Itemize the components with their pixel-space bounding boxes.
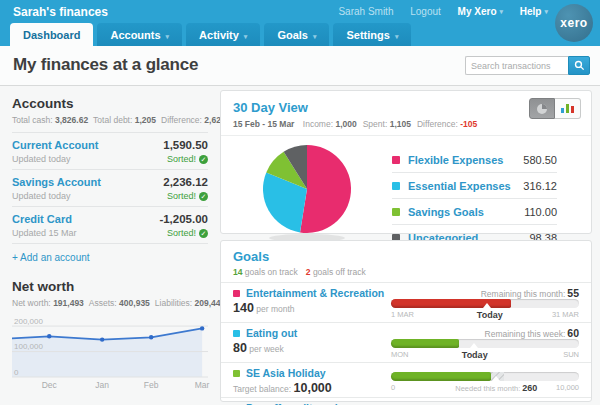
goal-row: SE Asia Holiday Target balance: 10,000 0… xyxy=(221,362,591,397)
goal-remaining-label: Remaining this month: xyxy=(481,289,566,299)
chevron-down-icon xyxy=(244,33,248,40)
goal-remaining: Remaining this month:55 xyxy=(391,287,579,298)
stat-label: Spent: xyxy=(363,119,388,129)
tab-accounts[interactable]: Accounts xyxy=(97,23,182,46)
legend-swatch xyxy=(392,182,400,190)
goal-bar-marker xyxy=(483,303,491,308)
axis-right-label: 31 MAR xyxy=(552,310,579,319)
pie-view-button[interactable] xyxy=(529,98,555,119)
goal-axis: 0Needed this month:26010,000 xyxy=(391,383,579,393)
legend-link[interactable]: Essential Expenses xyxy=(408,180,511,192)
account-link[interactable]: Credit Card xyxy=(12,213,72,225)
axis-left-label: MON xyxy=(391,350,409,359)
chart-view-toggles xyxy=(529,98,581,119)
svg-text:100,000: 100,000 xyxy=(14,342,43,351)
tab-activity[interactable]: Activity xyxy=(186,23,260,46)
goal-link[interactable]: SE Asia Holiday xyxy=(246,367,326,379)
accounts-heading: Accounts xyxy=(12,96,208,111)
goal-row: Entertainment & Recreation 140 per month… xyxy=(221,282,591,322)
logout-link[interactable]: Logout xyxy=(410,6,441,17)
goal-amount-caption: per week xyxy=(249,344,284,354)
my-xero-label: My Xero xyxy=(458,6,497,17)
stat-label: Net worth: xyxy=(12,298,51,308)
bar-view-button[interactable] xyxy=(555,98,581,119)
legend-row: Savings Goals110.00 xyxy=(392,199,557,225)
check-circle-icon xyxy=(199,155,208,164)
search-button[interactable] xyxy=(568,56,590,75)
goal-bar-fill xyxy=(391,299,511,308)
xero-logo[interactable]: xero xyxy=(555,4,593,42)
goal-link[interactable]: Eating out xyxy=(246,327,297,339)
goal-axis-center: Today xyxy=(475,310,503,320)
goal-bar-fill xyxy=(391,372,491,381)
goal-row: Pay off credit card Target balance: 0 2,… xyxy=(221,397,591,405)
sorted-status: Sorted! xyxy=(167,154,208,164)
goal-progress-bar xyxy=(391,372,579,381)
account-link[interactable]: Current Account xyxy=(12,139,98,151)
goal-remaining-label: Remaining this week: xyxy=(485,329,566,339)
tab-settings[interactable]: Settings xyxy=(333,23,411,46)
thirty-day-title[interactable]: 30 Day View xyxy=(233,100,308,115)
legend-link[interactable]: Savings Goals xyxy=(408,206,484,218)
app-title: Sarah's finances xyxy=(13,5,108,19)
add-account-link[interactable]: + Add an account xyxy=(12,252,90,263)
axis-left-label: 1 MAR xyxy=(391,310,414,319)
net-worth-heading: Net worth xyxy=(12,279,208,294)
sorted-status: Sorted! xyxy=(167,228,208,238)
stat-label: Difference: xyxy=(417,119,458,129)
goal-progress-bar xyxy=(391,339,579,348)
goals-panel: Goals 14 goals on track2 goals off track… xyxy=(220,240,592,402)
help-menu[interactable]: Help xyxy=(520,6,548,17)
page-title: My finances at a glance xyxy=(13,55,198,75)
goal-axis-center-value: Today xyxy=(477,310,503,320)
legend-row: Essential Expenses316.12 xyxy=(392,173,557,199)
axis-right-label: 10,000 xyxy=(556,383,579,392)
legend-row: Flexible Expenses580.50 xyxy=(392,147,557,173)
tab-goals[interactable]: Goals xyxy=(264,23,329,46)
search-input[interactable] xyxy=(465,56,568,75)
check-circle-icon xyxy=(199,192,208,201)
stat-label: Liabilities: xyxy=(155,298,192,308)
thirty-day-body: Flexible Expenses580.50 Essential Expens… xyxy=(221,136,591,251)
goal-amount: 140 xyxy=(233,301,254,315)
pie-chart-icon xyxy=(536,103,548,115)
goal-amount-caption: Target balance: xyxy=(233,384,291,394)
search-box xyxy=(465,56,590,75)
tab-dashboard[interactable]: Dashboard xyxy=(10,23,93,46)
legend-swatch xyxy=(392,208,400,216)
sorted-label: Sorted! xyxy=(167,228,196,238)
legend-link[interactable]: Flexible Expenses xyxy=(408,154,503,166)
goal-link[interactable]: Entertainment & Recreation xyxy=(246,287,384,299)
goal-amount-caption: per month xyxy=(256,304,294,314)
stat-label: Total debt: xyxy=(93,115,132,125)
my-xero-menu[interactable]: My Xero xyxy=(458,6,503,17)
goal-bar-marker xyxy=(492,376,500,381)
x-tick-label: Dec xyxy=(42,380,57,390)
stat-value: 400,935 xyxy=(119,298,150,308)
legend-swatch xyxy=(392,156,400,164)
accounts-stats: Total cash: 3,826.62Total debt: 1,205Dif… xyxy=(12,115,208,133)
net-worth-x-labels: Dec Jan Feb Mar xyxy=(12,380,208,391)
goals-header: Goals 14 goals on track2 goals off track xyxy=(221,241,591,282)
goal-swatch xyxy=(233,290,240,297)
legend-value: 316.12 xyxy=(523,180,557,192)
stat-value: 1,105 xyxy=(390,119,411,129)
goal-remaining: Remaining this week:60 xyxy=(391,327,579,338)
stat-value: 1,000 xyxy=(335,119,356,129)
thirty-day-header: 30 Day View 15 Feb - 15 Mar Income: 1,00… xyxy=(221,91,591,136)
chevron-down-icon xyxy=(500,8,504,15)
stat-label: Income: xyxy=(303,119,333,129)
account-row: Current Account1,590.50 Updated todaySor… xyxy=(12,133,208,170)
account-link[interactable]: Savings Account xyxy=(12,176,101,188)
legend-value: 110.00 xyxy=(524,206,557,218)
app-root: Sarah's finances Sarah Smith Logout My X… xyxy=(0,0,600,405)
goal-progress-bar xyxy=(391,299,579,308)
tab-settings-label: Settings xyxy=(346,29,389,41)
goals-title[interactable]: Goals xyxy=(233,249,269,264)
date-range: 15 Feb - 15 Mar xyxy=(233,119,294,129)
bar-chart-icon xyxy=(560,104,575,113)
goal-row: Eating out 80 per week Remaining this we… xyxy=(221,322,591,362)
on-track-count: 14 xyxy=(233,267,242,277)
thirty-day-panel: 30 Day View 15 Feb - 15 Mar Income: 1,00… xyxy=(220,90,592,234)
goal-axis-center-value: Today xyxy=(462,350,488,360)
